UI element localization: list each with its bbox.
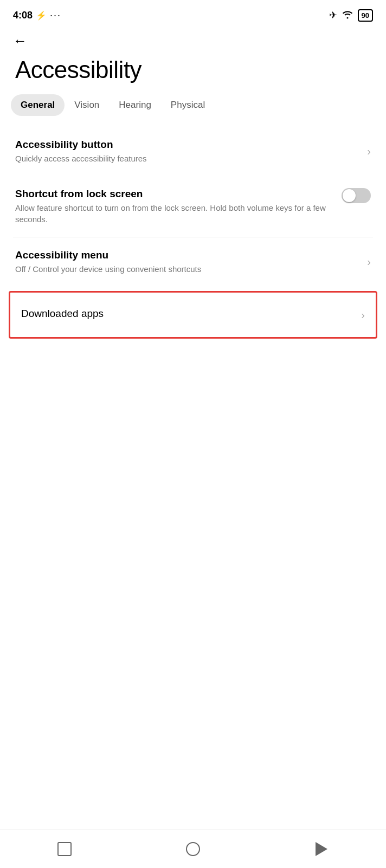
- settings-list: Accessibility button Quickly access acce…: [0, 127, 386, 868]
- status-right: ✈ 90: [329, 9, 373, 22]
- accessibility-menu-item[interactable]: Accessibility menu Off / Control your de…: [0, 237, 386, 287]
- back-button[interactable]: ←: [13, 33, 27, 49]
- page-title: Accessibility: [15, 56, 141, 83]
- chevron-right-icon: ›: [367, 145, 371, 158]
- status-left: 4:08 ⚡ ···: [13, 10, 61, 21]
- accessibility-menu-subtitle: Off / Control your device using convenie…: [15, 263, 358, 275]
- home-icon: [186, 842, 200, 856]
- bottom-nav: [0, 829, 386, 868]
- accessibility-menu-title: Accessibility menu: [15, 249, 358, 261]
- shortcut-lock-screen-subtitle: Allow feature shortcut to turn on from t…: [15, 202, 331, 225]
- back-nav-button[interactable]: [311, 838, 332, 860]
- accessibility-button-content: Accessibility button Quickly access acce…: [15, 139, 367, 164]
- downloaded-apps-content: Downloaded apps: [21, 308, 361, 322]
- chevron-right-icon: ›: [361, 309, 365, 321]
- bolt-icon: ⚡: [36, 10, 47, 21]
- battery-indicator: 90: [358, 9, 373, 22]
- page-title-section: Accessibility: [0, 48, 386, 94]
- shortcut-lock-screen-toggle[interactable]: [342, 188, 371, 203]
- downloaded-apps-title: Downloaded apps: [21, 308, 352, 320]
- tab-hearing[interactable]: Hearing: [109, 94, 161, 116]
- accessibility-button-title: Accessibility button: [15, 139, 358, 151]
- status-dots: ···: [50, 10, 61, 21]
- accessibility-button-item[interactable]: Accessibility button Quickly access acce…: [0, 127, 386, 176]
- tab-physical[interactable]: Physical: [161, 94, 215, 116]
- back-nav-icon: [316, 842, 327, 856]
- tab-vision[interactable]: Vision: [65, 94, 109, 116]
- shortcut-lock-screen-item[interactable]: Shortcut from lock screen Allow feature …: [0, 176, 386, 237]
- shortcut-lock-screen-title: Shortcut from lock screen: [15, 188, 331, 200]
- downloaded-apps-item[interactable]: Downloaded apps ›: [9, 291, 377, 339]
- top-nav: ←: [0, 28, 386, 48]
- shortcut-lock-screen-content: Shortcut from lock screen Allow feature …: [15, 188, 342, 225]
- status-bar: 4:08 ⚡ ··· ✈ 90: [0, 0, 386, 28]
- wifi-icon: [342, 9, 353, 22]
- status-time: 4:08: [13, 10, 33, 21]
- tab-general[interactable]: General: [11, 94, 65, 116]
- tabs-container: General Vision Hearing Physical: [0, 94, 386, 127]
- chevron-right-icon: ›: [367, 256, 371, 268]
- accessibility-menu-content: Accessibility menu Off / Control your de…: [15, 249, 367, 275]
- home-button[interactable]: [182, 838, 204, 860]
- recent-apps-button[interactable]: [54, 838, 75, 860]
- recent-apps-icon: [57, 842, 72, 856]
- accessibility-button-subtitle: Quickly access accessibility features: [15, 153, 358, 164]
- airplane-icon: ✈: [329, 9, 337, 21]
